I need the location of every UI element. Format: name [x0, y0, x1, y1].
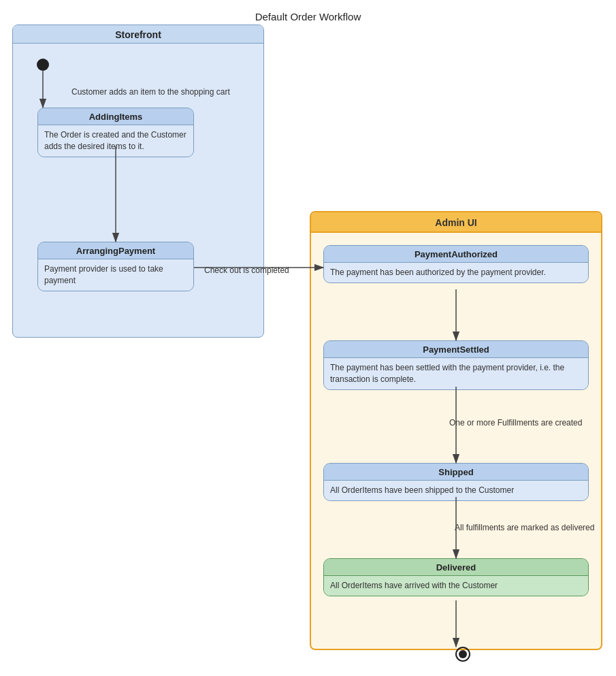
- initial-state: [37, 59, 49, 71]
- adding-items-desc: The Order is created and the Customer ad…: [38, 125, 193, 157]
- payment-settled-title: PaymentSettled: [324, 341, 588, 358]
- adminui-label: Admin UI: [311, 212, 601, 233]
- shipped-title: Shipped: [324, 464, 588, 481]
- payment-authorized-state: PaymentAuthorized The payment has been a…: [323, 245, 589, 283]
- payment-settled-state: PaymentSettled The payment has been sett…: [323, 340, 589, 390]
- storefront-label: Storefront: [13, 25, 263, 44]
- arranging-payment-desc: Payment provider is used to take payment: [38, 259, 193, 291]
- shipped-state: Shipped All OrderItems have been shipped…: [323, 463, 589, 501]
- delivered-desc: All OrderItems have arrived with the Cus…: [324, 576, 588, 596]
- arranging-payment-title: ArrangingPayment: [38, 242, 193, 259]
- payment-authorized-title: PaymentAuthorized: [324, 246, 588, 263]
- diagram-container: Default Order Workflow Storefront Admin …: [0, 0, 616, 676]
- final-state: [455, 647, 470, 662]
- fulfillment-label: One or more Fulfillments are created: [449, 418, 582, 428]
- arranging-payment-state: ArrangingPayment Payment provider is use…: [37, 242, 194, 291]
- checkout-label: Check out is completed: [204, 265, 289, 275]
- add-to-cart-label: Customer adds an item to the shopping ca…: [71, 87, 230, 97]
- page-title: Default Order Workflow: [0, 11, 616, 22]
- delivered-state: Delivered All OrderItems have arrived wi…: [323, 558, 589, 596]
- payment-settled-desc: The payment has been settled with the pa…: [324, 358, 588, 389]
- adding-items-state: AddingItems The Order is created and the…: [37, 108, 194, 157]
- delivered-title: Delivered: [324, 559, 588, 576]
- delivered-label: All fulfillments are marked as delivered: [455, 523, 594, 532]
- adding-items-title: AddingItems: [38, 108, 193, 125]
- payment-authorized-desc: The payment has been authorized by the p…: [324, 263, 588, 283]
- shipped-desc: All OrderItems have been shipped to the …: [324, 481, 588, 500]
